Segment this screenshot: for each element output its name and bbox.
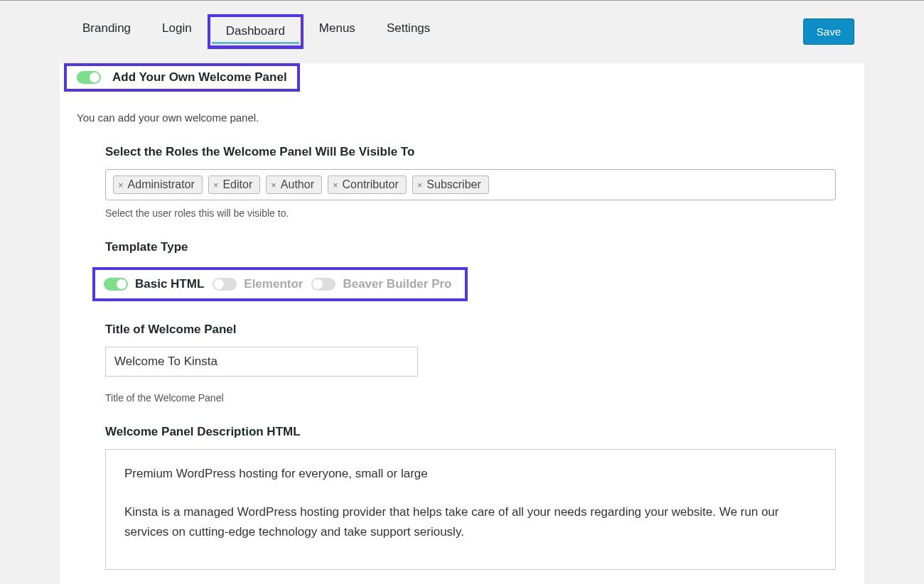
template-label: Beaver Builder Pro <box>343 277 451 291</box>
template-label: Elementor <box>244 277 303 291</box>
roles-section-label: Select the Roles the Welcome Panel Will … <box>105 145 836 159</box>
role-tag-administrator[interactable]: ×Administrator <box>113 175 203 194</box>
title-section-label: Title of Welcome Panel <box>105 323 836 337</box>
welcome-panel-row-highlight: Add Your Own Welcome Panel <box>64 63 300 92</box>
template-label: Basic HTML <box>135 277 204 291</box>
roles-hint: Select the user roles this will be visib… <box>105 207 836 219</box>
template-option-basic-html: Basic HTML <box>104 277 204 291</box>
welcome-toggle-label: Add Your Own Welcome Panel <box>112 70 287 85</box>
header-bar: Branding Login Dashboard Menus Settings … <box>60 7 864 63</box>
description-textarea[interactable]: Premium WordPress hosting for everyone, … <box>105 449 836 570</box>
template-type-label: Template Type <box>105 240 836 254</box>
save-button[interactable]: Save <box>803 18 854 45</box>
remove-icon[interactable]: × <box>213 180 219 190</box>
remove-icon[interactable]: × <box>333 180 338 190</box>
role-tag-editor[interactable]: ×Editor <box>208 175 260 194</box>
title-section: Title of Welcome Panel Title of the Welc… <box>105 323 864 404</box>
template-toggle-elementor[interactable] <box>213 278 237 291</box>
tab-nav: Branding Login Dashboard Menus Settings <box>67 14 446 49</box>
remove-icon[interactable]: × <box>271 180 276 190</box>
roles-section: Select the Roles the Welcome Panel Will … <box>105 145 864 219</box>
template-type-row-highlight: Basic HTML Elementor Beaver Builder Pro <box>92 267 468 301</box>
role-tag-subscriber[interactable]: ×Subscriber <box>412 175 489 194</box>
remove-icon[interactable]: × <box>417 180 423 190</box>
tab-dashboard[interactable]: Dashboard <box>208 14 303 49</box>
tag-label: Administrator <box>128 178 195 191</box>
template-toggle-beaver-builder[interactable] <box>311 278 335 291</box>
roles-tag-input[interactable]: ×Administrator ×Editor ×Author ×Contribu… <box>105 169 836 200</box>
remove-icon[interactable]: × <box>118 180 124 190</box>
welcome-description: You can add your own welcome panel. <box>77 112 864 124</box>
description-section-label: Welcome Panel Description HTML <box>105 425 836 439</box>
title-hint: Title of the Welcome Panel <box>105 392 836 404</box>
template-option-elementor: Elementor <box>213 277 303 291</box>
template-option-beaver-builder: Beaver Builder Pro <box>311 277 451 291</box>
role-tag-author[interactable]: ×Author <box>266 175 322 194</box>
settings-page: Branding Login Dashboard Menus Settings … <box>0 1 924 584</box>
description-section: Welcome Panel Description HTML Premium W… <box>105 425 864 570</box>
template-toggle-basic-html[interactable] <box>104 278 128 291</box>
tab-branding[interactable]: Branding <box>67 14 146 49</box>
settings-panel: Add Your Own Welcome Panel You can add y… <box>60 63 864 584</box>
tab-settings[interactable]: Settings <box>371 14 446 49</box>
tab-menus[interactable]: Menus <box>303 14 371 49</box>
tag-label: Contributor <box>343 178 399 191</box>
role-tag-contributor[interactable]: ×Contributor <box>328 175 407 194</box>
tag-label: Subscriber <box>426 178 480 191</box>
tag-label: Author <box>281 178 314 191</box>
title-input[interactable] <box>105 347 418 377</box>
template-type-section: Template Type Basic HTML Elementor Beave… <box>105 240 864 301</box>
tag-label: Editor <box>222 178 252 191</box>
tab-login[interactable]: Login <box>146 14 208 49</box>
welcome-toggle[interactable] <box>77 71 101 84</box>
